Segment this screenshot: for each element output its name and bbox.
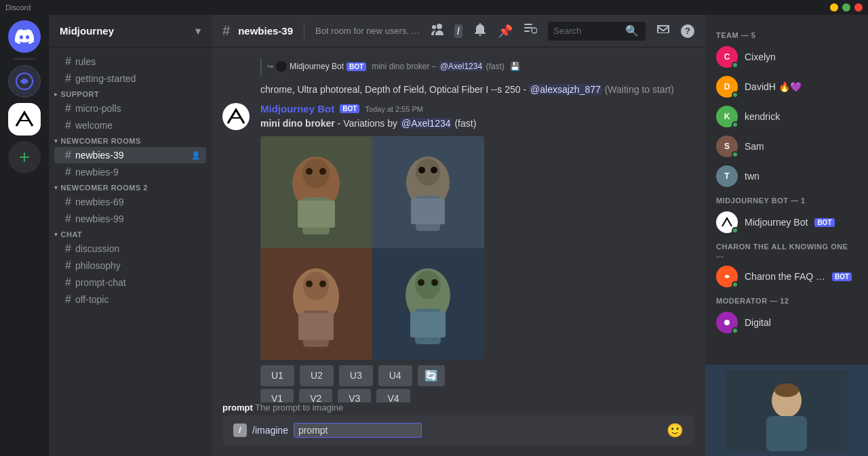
image-cell-2 <box>372 136 484 248</box>
emoji-icon[interactable]: 🙂 <box>667 422 684 438</box>
svg-rect-9 <box>298 201 335 228</box>
member-avatar-davidh: D <box>716 76 738 98</box>
svg-rect-1 <box>524 24 532 25</box>
hash-icon: # <box>65 293 71 306</box>
hash-icon: # <box>65 243 71 255</box>
maximize-button[interactable] <box>842 3 850 12</box>
u3-button[interactable]: U3 <box>339 365 373 386</box>
refresh-button[interactable]: 🔄 <box>418 365 445 386</box>
member-avatar-sam: S <box>716 136 738 157</box>
member-item-sam[interactable]: S Sam <box>711 131 863 161</box>
online-indicator <box>732 151 738 158</box>
prompt-hint: prompt The prompt to imagine <box>222 402 694 413</box>
waiting-status: (Waiting to start) <box>605 84 674 95</box>
server-name-header[interactable]: Midjourney ▾ <box>49 15 212 47</box>
channel-name: welcome <box>75 120 113 131</box>
online-indicator <box>732 227 738 234</box>
category-newcomer-rooms[interactable]: ▾ NEWCOMER ROOMS <box>49 134 212 146</box>
channel-item-prompt-chat[interactable]: # prompt-chat <box>54 274 206 291</box>
inbox-icon[interactable] <box>656 22 670 39</box>
help-icon[interactable]: ? <box>681 24 694 38</box>
member-avatar-twn: T <box>716 165 738 187</box>
close-button[interactable] <box>854 3 863 12</box>
prompt-label: prompt <box>222 402 253 413</box>
svg-point-31 <box>418 279 425 286</box>
svg-point-17 <box>418 167 425 173</box>
u4-button[interactable]: U4 <box>378 365 412 386</box>
server-icon-midjourney[interactable] <box>8 103 41 136</box>
member-item-kendrick[interactable]: K kendrick <box>711 102 863 131</box>
member-item-charon[interactable]: Charon the FAQ … BOT <box>711 262 863 291</box>
minimize-button[interactable] <box>830 3 838 12</box>
messages-area[interactable]: ↪ Midjourney Bot BOT mini dino broker – … <box>212 47 705 402</box>
main-content: # newbies-39 Bot room for new users. Typ… <box>212 15 705 456</box>
bot-message-content: Midjourney Bot BOT Today at 2:55 PM mini… <box>260 103 694 402</box>
input-area: prompt The prompt to imagine / /imagine … <box>212 402 705 456</box>
image-cell-1 <box>260 136 372 248</box>
server-icon-discord[interactable] <box>8 20 41 53</box>
svg-point-18 <box>431 167 437 173</box>
channel-item-discussion[interactable]: # discussion <box>54 241 206 257</box>
channel-list: # rules # getting-started ▸ SUPPORT # mi… <box>49 47 212 456</box>
search-box[interactable]: 🔍 <box>548 22 646 41</box>
server-icon-ai[interactable] <box>8 65 41 98</box>
category-newcomer-rooms-2[interactable]: ▾ NEWCOMER ROOMS 2 <box>49 181 212 193</box>
prompt-input-field[interactable] <box>294 423 422 438</box>
hash-icon: # <box>65 102 71 115</box>
axel-mention: @Axel1234 <box>400 118 452 129</box>
channel-name: newbies-99 <box>75 213 124 224</box>
channel-item-newbies-99[interactable]: # newbies-99 <box>54 211 206 227</box>
waiting-message: chrome, Ultra photoreal, Depth of Field,… <box>260 84 694 95</box>
channel-name: micro-polls <box>75 103 121 114</box>
member-item-twn[interactable]: T twn <box>711 161 863 191</box>
member-item-cixelyn[interactable]: C Cixelyn <box>711 42 863 72</box>
category-chat[interactable]: ▾ CHAT <box>49 228 212 240</box>
v4-button[interactable]: V4 <box>376 389 410 402</box>
v1-button[interactable]: V1 <box>260 389 294 402</box>
u2-button[interactable]: U2 <box>300 365 334 386</box>
channel-name: off-topic <box>75 294 109 305</box>
members-icon[interactable] <box>430 24 443 39</box>
server-icon-add[interactable]: + <box>8 141 41 173</box>
member-avatar-cixelyn: C <box>716 46 738 68</box>
channel-item-off-topic[interactable]: # off-topic <box>54 291 206 308</box>
channel-item-welcome[interactable]: # welcome <box>54 117 206 133</box>
svg-rect-3 <box>524 30 530 32</box>
svg-point-40 <box>774 384 799 397</box>
u1-button[interactable]: U1 <box>260 365 294 386</box>
members-list-icon[interactable] <box>524 22 537 39</box>
hash-icon: # <box>65 119 71 131</box>
channel-item-newbies-69[interactable]: # newbies-69 <box>54 194 206 210</box>
svg-point-35 <box>724 320 730 325</box>
channel-item-micro-polls[interactable]: # micro-polls <box>54 100 206 117</box>
category-label: NEWCOMER ROOMS <box>61 137 141 145</box>
moderator-section-title: MODERATOR — 12 <box>711 291 863 308</box>
bot-badge: BOT <box>340 104 359 113</box>
channel-name: discussion <box>75 243 119 254</box>
channel-name: philosophy <box>75 260 121 271</box>
channel-item-philosophy[interactable]: # philosophy <box>54 257 206 274</box>
v3-button[interactable]: V3 <box>338 389 371 402</box>
refresh-icon: 🔄 <box>425 369 438 382</box>
hash-icon: # <box>65 166 71 178</box>
member-item-davidh[interactable]: D DavidH 🔥💜 <box>711 72 863 102</box>
v2-button[interactable]: V2 <box>299 389 332 402</box>
search-input[interactable] <box>553 26 621 36</box>
channel-item-getting-started[interactable]: # getting-started <box>54 70 206 87</box>
channel-item-newbies-9[interactable]: # newbies-9 <box>54 164 206 180</box>
category-arrow-icon: ▾ <box>54 184 58 191</box>
category-support[interactable]: ▸ SUPPORT <box>49 87 212 100</box>
notification-icon[interactable] <box>473 22 487 39</box>
member-item-digital[interactable]: Digital <box>711 308 863 337</box>
message-group-bot: Midjourney Bot BOT Today at 2:55 PM mini… <box>222 103 694 402</box>
channel-item-newbies-39[interactable]: # newbies-39 👤 <box>54 147 206 163</box>
pin-icon[interactable]: 📌 <box>498 24 513 39</box>
chevron-down-icon: ▾ <box>195 25 201 37</box>
mini-dino-text: mini dino broker <box>260 118 335 129</box>
slash-icon-header[interactable]: / <box>454 24 462 38</box>
chat-input-left: / /imagine <box>233 423 661 438</box>
channel-header-name: newbies-39 <box>238 25 293 37</box>
member-item-midjourney-bot[interactable]: Midjourney Bot BOT <box>711 207 863 237</box>
team-section-title: TEAM — 5 <box>711 26 863 42</box>
channel-item-rules[interactable]: # rules <box>54 54 206 70</box>
